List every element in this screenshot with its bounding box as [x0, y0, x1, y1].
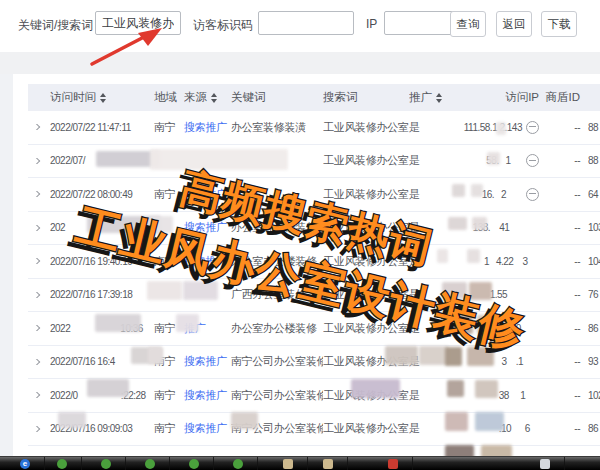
cell-source[interactable]: 搜索推广 — [184, 388, 231, 403]
visitor-id-input[interactable] — [258, 11, 354, 35]
taskbar-separator — [125, 457, 126, 470]
cell-keyword: 广西办公室装修 — [231, 287, 323, 302]
green-app-icon[interactable] — [101, 459, 111, 469]
cell-shield-id: -- — [543, 155, 588, 166]
cell-expand[interactable] — [28, 426, 50, 432]
cell-expand[interactable] — [28, 191, 50, 197]
cell-visit-time: 2022/07/16 19:40:19 — [50, 256, 154, 267]
cell-expand[interactable] — [28, 292, 50, 298]
cell-promo: 是 — [409, 388, 451, 403]
query-button[interactable]: 查询 — [450, 11, 486, 37]
col-header-promo[interactable]: 推广 — [409, 90, 451, 105]
col-header-label: 搜索词 — [323, 90, 358, 105]
windows-taskbar[interactable]: e — [0, 456, 600, 470]
table-row[interactable]: 2022/07/16 17:39:18广西办公室装修工业风装修办公室是1.55 … — [28, 279, 600, 313]
col-header-label: 关键词 — [231, 90, 266, 105]
privacy-blur-patch — [471, 184, 483, 197]
source-link[interactable]: 搜索推广 — [184, 354, 227, 369]
block-ip-icon[interactable] — [526, 154, 539, 167]
cell-search-term: 工业风装修办公室 — [323, 187, 409, 202]
back-button[interactable]: 返回 — [496, 11, 532, 37]
cell-tail-id: 93 — [588, 356, 600, 367]
table-row[interactable]: 2022/07/16 16:4南宁搜索推广南宁公司办公室装修工业风装修办公室是3… — [28, 346, 600, 380]
chevron-right-icon[interactable] — [32, 225, 40, 231]
green-app-icon[interactable] — [189, 459, 199, 469]
cell-tail-id: 103 — [588, 222, 600, 233]
cell-visit-time: 2022/07/16 17:39:18 — [50, 289, 154, 300]
privacy-blur-patch — [437, 249, 448, 263]
cell-promo: 是 — [409, 153, 451, 168]
source-link[interactable]: 搜索推广 — [184, 187, 227, 202]
sort-caret-icon[interactable] — [211, 93, 217, 103]
block-ip-icon[interactable] — [526, 121, 539, 134]
left-gutter — [0, 74, 13, 470]
chevron-right-icon[interactable] — [32, 359, 40, 365]
col-header-label: 访问IP — [505, 90, 539, 105]
ip-value: 38 1 — [499, 390, 539, 401]
table-row[interactable]: 2022/07/22 08:00:49南宁搜索推广工业风装修办公室是16. 2 … — [28, 178, 600, 212]
col-header-label: 来源 — [184, 90, 207, 105]
cell-expand[interactable] — [28, 392, 50, 398]
cell-expand[interactable] — [28, 258, 50, 264]
privacy-blur-patch — [487, 152, 500, 165]
source-link[interactable]: 搜索推广 — [184, 254, 227, 269]
light-app-icon[interactable] — [540, 459, 550, 469]
cell-source[interactable]: 搜索推广 — [184, 254, 231, 269]
chevron-right-icon[interactable] — [32, 124, 40, 130]
cell-promo: 是 — [409, 120, 451, 135]
privacy-blur-patch — [475, 412, 504, 431]
folder-icon[interactable] — [323, 459, 333, 469]
red-app-icon[interactable] — [388, 459, 398, 469]
source-link[interactable]: 搜索推广 — [184, 421, 227, 436]
chevron-right-icon[interactable] — [32, 292, 40, 298]
privacy-blur-patch — [231, 412, 258, 429]
privacy-blur-patch — [447, 380, 464, 397]
col-header-time[interactable]: 访问时间 — [50, 90, 154, 105]
cell-search-term: 工业风装修办公室 — [323, 120, 409, 135]
sort-caret-icon[interactable] — [100, 93, 106, 103]
block-ip-icon[interactable] — [526, 188, 539, 201]
ip-value: 1 4.22 3 — [484, 256, 539, 267]
cell-region: 南宁 — [154, 254, 184, 269]
privacy-blur-patch — [442, 282, 467, 299]
privacy-blur-patch — [149, 216, 173, 233]
sort-caret-icon[interactable] — [436, 93, 442, 103]
green-app-icon[interactable] — [145, 459, 155, 469]
cell-source[interactable]: 搜索推广 — [184, 120, 231, 135]
privacy-blur-patch — [472, 217, 487, 230]
cell-expand[interactable] — [28, 124, 50, 130]
cell-expand[interactable] — [28, 359, 50, 365]
folder-icon[interactable] — [283, 459, 293, 469]
cell-source[interactable]: 搜索推广 — [184, 187, 231, 202]
cell-region: 南宁 — [154, 187, 184, 202]
chevron-right-icon[interactable] — [32, 258, 40, 264]
chevron-right-icon[interactable] — [32, 426, 40, 432]
green-app-icon[interactable] — [57, 459, 67, 469]
cell-search-term: 工业风装修办公室 — [323, 321, 409, 336]
chevron-right-icon[interactable] — [32, 158, 40, 164]
chevron-right-icon[interactable] — [32, 392, 40, 398]
keyword-filter-input[interactable] — [95, 11, 181, 35]
cell-source[interactable]: 搜索推广 — [184, 421, 231, 436]
table-row[interactable]: 2022/07/16 19:40:19南宁搜索推广办公室办公楼装修工业风装修办公… — [28, 245, 600, 279]
ip-value: 16. 2 — [482, 189, 522, 200]
source-link[interactable]: 搜索推广 — [184, 388, 227, 403]
ie-browser-icon[interactable]: e — [20, 459, 30, 469]
table-row[interactable]: 2022/07/16 09:09:03南宁搜索推广南宁公司办公室装修工业风装修办… — [28, 413, 600, 447]
col-header-source[interactable]: 来源 — [184, 90, 231, 105]
source-link[interactable]: 搜索推广 — [184, 220, 227, 235]
cell-expand[interactable] — [28, 158, 50, 164]
download-button[interactable]: 下载 — [541, 11, 577, 37]
privacy-blur-patch — [452, 184, 465, 197]
chevron-right-icon[interactable] — [32, 191, 40, 197]
cell-tail-id: 86 — [588, 323, 600, 334]
table-row[interactable]: 2022/07/22 11:47:11南宁搜索推广办公室装修装潢工业风装修办公室… — [28, 111, 600, 145]
chevron-right-icon[interactable] — [32, 325, 40, 331]
source-link[interactable]: 搜索推广 — [184, 120, 227, 135]
cell-expand[interactable] — [28, 325, 50, 331]
cell-source[interactable]: 搜索推广 — [184, 354, 231, 369]
cell-source[interactable]: 搜索推广 — [184, 220, 231, 235]
col-header-label: 地域 — [154, 90, 177, 105]
green-app-icon[interactable] — [233, 459, 243, 469]
cell-expand[interactable] — [28, 225, 50, 231]
